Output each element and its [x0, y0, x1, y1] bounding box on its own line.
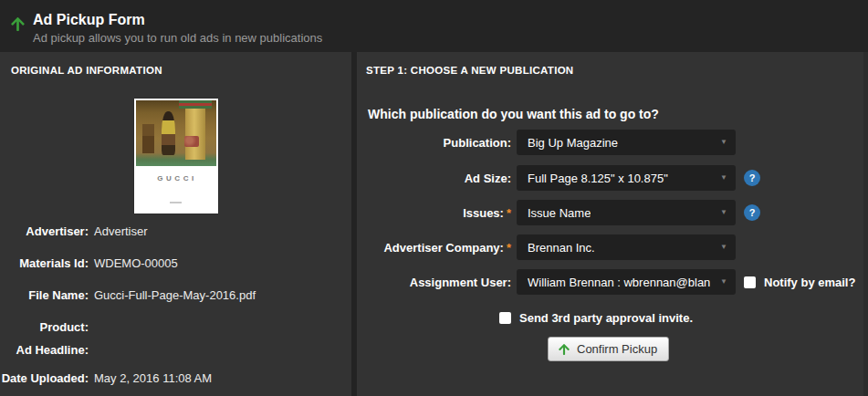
page-subtitle: Ad pickup allows you to run old ads in n… — [33, 32, 322, 45]
assignment-user-select[interactable]: William Brennan : wbrennan@blansys ▼ — [517, 269, 736, 295]
issues-label: Issues:* — [357, 206, 511, 220]
chevron-down-icon: ▼ — [720, 139, 727, 146]
advertiser-company-label: Advertiser Company:* — [357, 241, 511, 255]
issues-select[interactable]: Issue Name ▼ — [517, 200, 736, 225]
confirm-pickup-label: Confirm Pickup — [577, 342, 657, 356]
chevron-down-icon: ▼ — [720, 174, 727, 182]
ad-size-label: Ad Size: — [357, 172, 511, 185]
field-row-issues: Issues:* Issue Name ▼ ? — [357, 200, 868, 225]
notify-by-email-label: Notify by email? — [764, 276, 855, 289]
photo-floral-bag-shape — [184, 136, 199, 147]
info-row-file-name: File Name: Gucci-Full-Page-May-2016.pdf — [0, 288, 351, 302]
field-row-advertiser-company: Advertiser Company:* Brennan Inc. ▼ — [357, 234, 868, 260]
chevron-down-icon: ▼ — [720, 278, 727, 286]
field-row-publication: Publication: Big Up Magazine ▼ — [357, 130, 868, 155]
photo-gold-skirt-shape — [185, 107, 205, 160]
advertiser-company-select-value: Brennan Inc. — [528, 241, 595, 255]
ad-pickup-form-app: Ad Pickup Form Ad pickup allows you to r… — [0, 0, 868, 396]
info-row-ad-headline: Ad Headline: — [0, 343, 351, 357]
scrollbar-track[interactable] — [863, 52, 868, 396]
info-row-date-uploaded: Date Uploaded: May 2, 2016 11:08 AM — [0, 371, 351, 385]
info-label: Ad Headline: — [0, 343, 89, 357]
step1-section-title: STEP 1: CHOOSE A NEW PUBLICATION — [357, 52, 868, 83]
ad-preview-thumbnail: GUCCI — [134, 99, 218, 214]
publication-label: Publication: — [357, 136, 511, 150]
assignment-user-label: Assignment User: — [357, 276, 511, 289]
third-party-invite-row: Send 3rd party approval invite. — [499, 311, 868, 325]
info-row-advertiser: Advertiser: Advertiser — [0, 224, 351, 238]
third-party-approval-checkbox[interactable] — [499, 312, 511, 324]
info-value: WDEMO-00005 — [94, 256, 178, 270]
confirm-pickup-button[interactable]: Confirm Pickup — [548, 337, 669, 361]
publication-select-value: Big Up Magazine — [528, 136, 618, 150]
info-label: File Name: — [0, 288, 89, 302]
info-label: Date Uploaded: — [0, 371, 89, 385]
step1-panel: STEP 1: CHOOSE A NEW PUBLICATION Which p… — [357, 52, 868, 396]
chevron-down-icon: ▼ — [720, 244, 727, 251]
field-row-ad-size: Ad Size: Full Page 8.125" x 10.875" ▼ ? — [357, 165, 868, 191]
third-party-approval-label: Send 3rd party approval invite. — [519, 311, 693, 325]
page-title: Ad Pickup Form — [33, 11, 322, 28]
info-value: Gucci-Full-Page-May-2016.pdf — [94, 288, 256, 302]
info-row-product: Product: — [0, 320, 351, 334]
issues-select-value: Issue Name — [528, 206, 591, 220]
publication-select[interactable]: Big Up Magazine ▼ — [517, 130, 736, 155]
ad-size-select-value: Full Page 8.125" x 10.875" — [528, 172, 668, 185]
assignment-user-select-value: William Brennan : wbrennan@blansys — [528, 276, 710, 289]
ad-size-select[interactable]: Full Page 8.125" x 10.875" ▼ — [517, 165, 736, 191]
field-row-assignment-user: Assignment User: William Brennan : wbren… — [357, 269, 868, 295]
photo-seated-model-shape — [162, 111, 175, 155]
original-ad-info-list: Advertiser: Advertiser Materials Id: WDE… — [0, 224, 351, 385]
original-ad-panel: ORIGINAL AD INFORMATION GUCCI Advertiser… — [0, 52, 351, 396]
info-row-materials-id: Materials Id: WDEMO-00005 — [0, 256, 351, 270]
required-asterisk: * — [507, 206, 511, 220]
required-asterisk: * — [507, 241, 511, 255]
page-header: Ad Pickup Form Ad pickup allows you to r… — [0, 0, 868, 52]
thumbnail-fineprint — [170, 202, 182, 203]
photo-gucci-web-stripe — [179, 100, 212, 109]
info-value: May 2, 2016 11:08 AM — [94, 371, 212, 385]
photo-chair-shape — [142, 124, 154, 153]
info-label: Advertiser: — [0, 224, 89, 238]
info-value: Advertiser — [94, 224, 148, 238]
info-label: Materials Id: — [0, 256, 89, 270]
pickup-arrow-icon — [559, 343, 570, 356]
notify-by-email-checkbox[interactable] — [744, 276, 756, 288]
chevron-down-icon: ▼ — [720, 209, 727, 216]
gucci-logo-text: GUCCI — [136, 174, 216, 182]
original-ad-section-title: ORIGINAL AD INFORMATION — [0, 52, 351, 83]
ad-photo — [136, 100, 216, 166]
advertiser-company-select[interactable]: Brennan Inc. ▼ — [517, 234, 736, 260]
publication-question: Which publication do you want this ad to… — [368, 107, 868, 121]
issues-help-icon[interactable]: ? — [744, 204, 760, 221]
pickup-arrow-icon — [11, 16, 25, 36]
ad-size-help-icon[interactable]: ? — [744, 170, 760, 186]
info-label: Product: — [0, 320, 89, 334]
